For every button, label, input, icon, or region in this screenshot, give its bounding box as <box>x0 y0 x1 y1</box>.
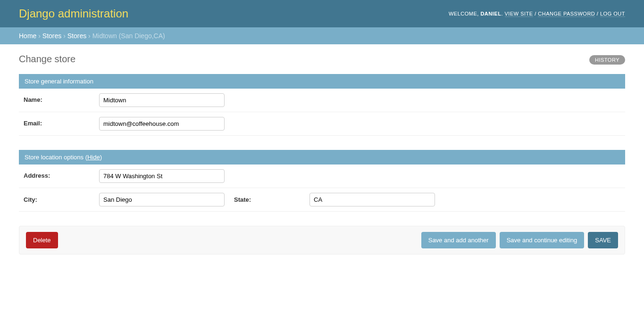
log-out-link[interactable]: LOG OUT <box>600 11 625 17</box>
fieldset-location-title: Store location options (Hide) <box>19 150 625 165</box>
email-label: Email: <box>24 117 99 127</box>
welcome-text: WELCOME, <box>449 11 480 16</box>
name-field[interactable] <box>99 93 225 107</box>
save-button[interactable] <box>588 232 618 248</box>
fieldset-location: Store location options (Hide) Address: C… <box>19 150 625 212</box>
row-city-state: City: State: <box>19 188 625 212</box>
email-field[interactable] <box>99 117 225 131</box>
header: Django administration WELCOME, DANIEL. V… <box>0 0 644 27</box>
breadcrumb-model[interactable]: Stores <box>67 32 86 40</box>
history-button[interactable]: HISTORY <box>589 55 625 65</box>
row-address: Address: <box>19 165 625 188</box>
address-label: Address: <box>24 169 99 179</box>
breadcrumb-current: Midtown (San Diego,CA) <box>92 32 165 40</box>
view-site-link[interactable]: VIEW SITE <box>505 11 533 17</box>
state-label: State: <box>234 196 309 203</box>
submit-row: Delete <box>19 226 625 255</box>
breadcrumb-home[interactable]: Home <box>19 32 36 40</box>
fieldset-general-title: Store general information <box>19 74 625 89</box>
name-label: Name: <box>24 93 99 103</box>
username: DANIEL <box>480 11 501 16</box>
row-email: Email: <box>19 112 625 136</box>
change-form: Store general information Name: Email: S… <box>19 74 625 255</box>
address-field[interactable] <box>99 169 225 183</box>
row-name: Name: <box>19 89 625 112</box>
content: Change store HISTORY Store general infor… <box>0 44 644 273</box>
delete-button[interactable]: Delete <box>26 232 58 248</box>
change-password-link[interactable]: CHANGE PASSWORD <box>538 11 595 17</box>
breadcrumb-app[interactable]: Stores <box>42 32 61 40</box>
breadcrumb: Home › Stores › Stores › Midtown (San Di… <box>0 27 644 44</box>
site-title-link[interactable]: Django administration <box>19 7 128 20</box>
save-continue-button[interactable] <box>500 232 585 248</box>
city-field[interactable] <box>99 193 225 206</box>
hide-toggle[interactable]: Hide <box>87 154 100 161</box>
city-label: City: <box>24 196 99 203</box>
page-title: Change store <box>19 54 75 65</box>
branding: Django administration <box>19 7 128 20</box>
state-field[interactable] <box>309 193 435 206</box>
fieldset-general: Store general information Name: Email: <box>19 74 625 136</box>
save-add-another-button[interactable] <box>421 232 496 248</box>
user-tools: WELCOME, DANIEL. VIEW SITE / CHANGE PASS… <box>449 11 625 16</box>
